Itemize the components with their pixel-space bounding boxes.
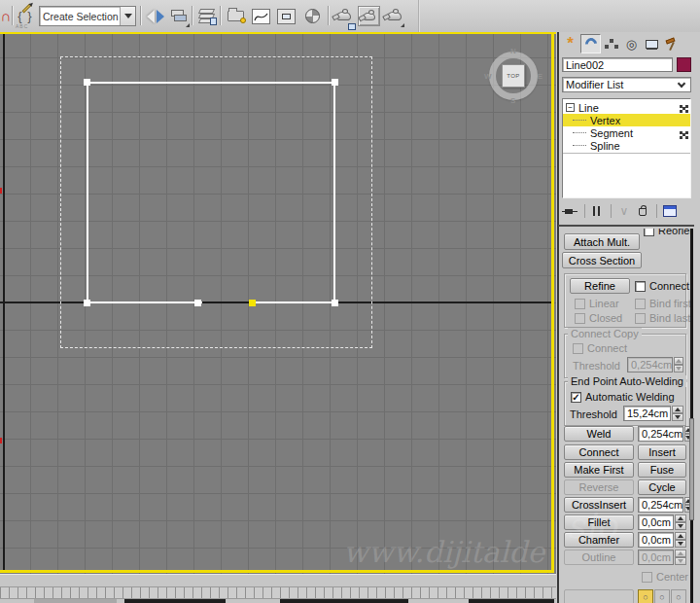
align-icon[interactable]	[167, 4, 191, 28]
show-end-result-icon[interactable]	[588, 203, 608, 219]
fillet-button[interactable]: Fillet	[564, 514, 634, 530]
layer-manager-icon[interactable]	[195, 4, 219, 28]
cross-insert-button[interactable]: CrossInsert	[564, 497, 634, 513]
pin-stack-icon[interactable]	[562, 203, 581, 219]
schematic-view-icon[interactable]	[274, 4, 298, 28]
object-name-field[interactable]: Line002	[562, 57, 673, 72]
viewcube-north[interactable]: N	[510, 47, 516, 55]
vertex-top-right[interactable]	[332, 79, 338, 86]
tab-hierarchy[interactable]	[601, 34, 621, 53]
cross-section-button[interactable]: Cross Section	[562, 252, 642, 268]
automatic-welding-checkbox[interactable]: ✓ Automatic Welding	[571, 391, 675, 403]
vertex-selected[interactable]	[249, 300, 256, 306]
magnet-glyph: ∩	[1, 10, 12, 23]
vertex-bottom-left[interactable]	[84, 300, 90, 306]
viewcube-top-face[interactable]: TOP	[502, 64, 525, 88]
tree-branch	[573, 145, 586, 146]
weld-button[interactable]: Weld	[564, 426, 634, 442]
make-first-button[interactable]: Make First	[564, 462, 634, 478]
reorient-checkbox[interactable]: Reorient	[644, 229, 690, 236]
tab-utilities[interactable]	[662, 34, 682, 53]
collapse-icon[interactable]: −	[566, 103, 575, 112]
selection-set-combobox[interactable]: Create Selection Se	[39, 6, 136, 26]
viewcube-west[interactable]: W	[484, 72, 492, 81]
fillet-spinner[interactable]: 0,0cm	[638, 514, 686, 530]
refine-group: Refine Connect Linear Bind first Closed …	[564, 273, 686, 328]
chevron-down-icon	[124, 14, 132, 18]
material-editor-icon[interactable]	[300, 4, 324, 28]
rollout-top-divider	[558, 225, 694, 227]
stack-item-segment[interactable]: Segment	[563, 126, 690, 139]
viewcube[interactable]: N S W E TOP	[486, 49, 541, 103]
attach-mult-button[interactable]: Attach Mult.	[564, 233, 640, 250]
vertex-bottom-mid[interactable]	[194, 300, 201, 306]
spinner-up[interactable]	[672, 406, 683, 413]
vertex-bottom-right[interactable]	[332, 300, 338, 306]
refine-button[interactable]: Refine	[570, 278, 630, 294]
vertex-top-left[interactable]	[84, 79, 90, 86]
auto-welding-title: End Point Auto-Welding	[568, 375, 686, 387]
stack-item-line[interactable]: − Line	[563, 101, 690, 114]
tab-motion[interactable]: ◎	[621, 34, 642, 53]
named-selection-sets-icon[interactable]: { } ABC	[14, 4, 37, 28]
viewcube-south[interactable]: S	[510, 96, 515, 105]
auto-weld-threshold-spinner[interactable]: 15,24cm	[623, 406, 683, 421]
tab-display[interactable]	[642, 34, 662, 53]
connect-copy-threshold-label: Threshold	[573, 360, 620, 372]
configure-modifier-sets-icon[interactable]	[660, 203, 680, 219]
container-icon[interactable]	[224, 4, 247, 28]
tab-modify[interactable]	[580, 34, 601, 53]
panel-scrollbar-track[interactable]	[690, 229, 693, 603]
quick-render-icon[interactable]	[382, 4, 405, 28]
connect-copy-group: Connect Copy Connect Threshold 0,254cm	[564, 334, 686, 378]
chamfer-spinner[interactable]: 0,0cm	[638, 532, 686, 548]
render-setup-icon[interactable]	[332, 4, 355, 28]
tab-create[interactable]: *	[560, 34, 580, 53]
spline-rectangle[interactable]	[87, 82, 335, 303]
rendered-frame-window-icon[interactable]	[357, 4, 380, 28]
connect-button[interactable]: Connect	[564, 444, 634, 460]
viewcube-east[interactable]: E	[538, 72, 542, 81]
modifier-list-label: Modifier List	[563, 79, 679, 90]
cross-insert-spinner[interactable]: 0,254cm	[638, 497, 686, 513]
curve-editor-icon[interactable]	[249, 4, 272, 28]
remove-modifier-icon[interactable]	[634, 203, 653, 219]
mirror-icon[interactable]	[144, 4, 167, 28]
combobox-arrow-button[interactable]	[120, 7, 135, 25]
fuse-button[interactable]: Fuse	[638, 462, 686, 478]
tree-branch	[573, 120, 586, 121]
track-bar-ruler[interactable]	[0, 586, 556, 599]
connect-checkbox[interactable]: Connect	[635, 280, 689, 292]
max-window: ∩ { } ABC Create Selection Se	[0, 0, 700, 603]
stack-item-spline[interactable]: Spline	[563, 139, 690, 152]
boolean-intersect-icon[interactable]: ○	[671, 589, 686, 603]
command-panel: * ◎ Line002 Modifier List − Line Vertex	[556, 32, 700, 603]
viewport-top[interactable]: N S W E TOP	[0, 32, 556, 574]
cycle-button[interactable]: Cycle	[638, 479, 686, 495]
modifier-list-dropdown[interactable]: Modifier List	[562, 77, 691, 92]
object-color-swatch[interactable]	[677, 57, 691, 72]
modify-icon	[582, 36, 599, 53]
stack-root-label: Line	[578, 102, 599, 114]
lightbulb-icon	[240, 18, 246, 23]
spinner-down[interactable]	[675, 522, 686, 530]
statusbar-stub	[280, 599, 408, 603]
insert-button[interactable]: Insert	[638, 444, 686, 460]
chamfer-button[interactable]: Chamfer	[564, 532, 634, 548]
weld-threshold-spinner[interactable]: 0,254cm	[638, 426, 686, 442]
panel-scrollbar-thumb[interactable]	[689, 418, 694, 520]
spinner-down[interactable]	[672, 413, 683, 421]
auto-welding-group: End Point Auto-Welding ✓ Automatic Weldi…	[564, 381, 686, 426]
boolean-union-icon[interactable]: ○	[638, 589, 653, 603]
spinner-up[interactable]	[675, 532, 686, 540]
boolean-subtract-icon[interactable]: ○	[654, 589, 670, 603]
bind-first-checkbox: Bind first	[635, 298, 690, 309]
left-edge-red-mark	[0, 438, 2, 443]
outline-button: Outline	[564, 550, 634, 565]
stack-item-vertex[interactable]: Vertex	[563, 114, 690, 126]
display-icon	[646, 40, 658, 49]
connect-copy-title: Connect Copy	[568, 328, 642, 339]
spinner-up[interactable]	[675, 514, 686, 522]
spinner-down[interactable]	[675, 540, 686, 548]
make-unique-icon: ∨	[614, 203, 634, 219]
